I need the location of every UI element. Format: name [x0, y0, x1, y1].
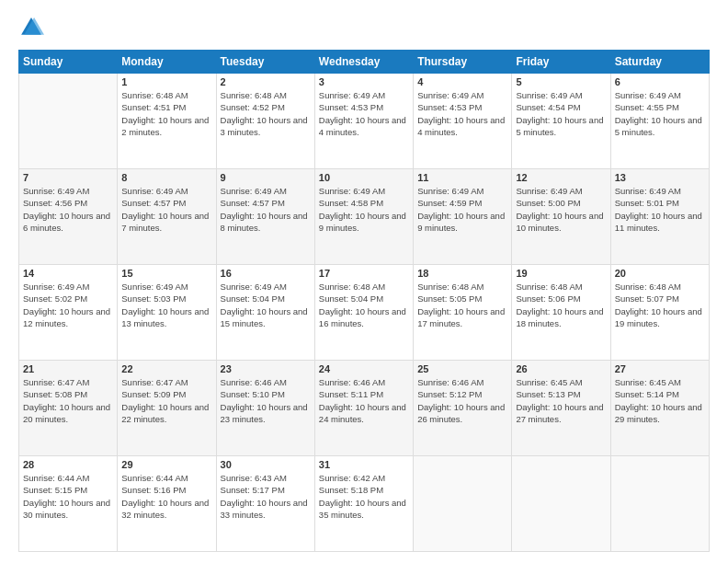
day-info: Sunrise: 6:49 AM Sunset: 4:54 PM Dayligh… [516, 89, 606, 138]
day-number: 24 [319, 363, 409, 374]
day-cell: 31Sunrise: 6:42 AM Sunset: 5:18 PM Dayli… [314, 456, 413, 552]
day-number: 3 [319, 76, 409, 87]
day-cell: 9Sunrise: 6:49 AM Sunset: 4:57 PM Daylig… [216, 169, 314, 265]
logo-icon [18, 15, 44, 40]
day-info: Sunrise: 6:42 AM Sunset: 5:18 PM Dayligh… [319, 472, 409, 521]
day-number: 14 [23, 268, 113, 279]
day-number: 13 [615, 172, 705, 183]
day-number: 29 [121, 459, 211, 470]
day-cell [610, 456, 709, 552]
col-header-tuesday: Tuesday [216, 51, 314, 74]
day-info: Sunrise: 6:44 AM Sunset: 5:15 PM Dayligh… [23, 472, 113, 521]
col-header-sunday: Sunday [19, 51, 118, 74]
day-cell: 14Sunrise: 6:49 AM Sunset: 5:02 PM Dayli… [19, 265, 118, 361]
day-number: 4 [417, 76, 507, 87]
logo [18, 15, 48, 40]
day-info: Sunrise: 6:46 AM Sunset: 5:10 PM Dayligh… [221, 376, 311, 425]
page: SundayMondayTuesdayWednesdayThursdayFrid… [0, 0, 728, 563]
week-row-3: 14Sunrise: 6:49 AM Sunset: 5:02 PM Dayli… [19, 265, 710, 361]
day-number: 21 [23, 363, 113, 374]
col-header-monday: Monday [118, 51, 216, 74]
day-number: 27 [615, 363, 705, 374]
day-info: Sunrise: 6:49 AM Sunset: 4:55 PM Dayligh… [615, 89, 705, 138]
day-number: 31 [319, 459, 409, 470]
day-info: Sunrise: 6:49 AM Sunset: 4:57 PM Dayligh… [221, 185, 311, 234]
day-info: Sunrise: 6:49 AM Sunset: 4:56 PM Dayligh… [23, 185, 113, 234]
day-number: 18 [417, 268, 507, 279]
week-row-5: 28Sunrise: 6:44 AM Sunset: 5:15 PM Dayli… [19, 456, 710, 552]
day-number: 30 [221, 459, 311, 470]
day-cell: 10Sunrise: 6:49 AM Sunset: 4:58 PM Dayli… [314, 169, 413, 265]
day-cell: 30Sunrise: 6:43 AM Sunset: 5:17 PM Dayli… [216, 456, 314, 552]
day-number: 5 [516, 76, 606, 87]
day-cell: 20Sunrise: 6:48 AM Sunset: 5:07 PM Dayli… [610, 265, 709, 361]
day-info: Sunrise: 6:48 AM Sunset: 4:52 PM Dayligh… [221, 89, 311, 138]
col-header-friday: Friday [512, 51, 610, 74]
day-info: Sunrise: 6:45 AM Sunset: 5:14 PM Dayligh… [615, 376, 705, 425]
day-cell: 17Sunrise: 6:48 AM Sunset: 5:04 PM Dayli… [314, 265, 413, 361]
day-cell: 22Sunrise: 6:47 AM Sunset: 5:09 PM Dayli… [118, 361, 216, 456]
day-info: Sunrise: 6:49 AM Sunset: 4:53 PM Dayligh… [319, 89, 409, 138]
col-header-thursday: Thursday [414, 51, 512, 74]
day-number: 26 [516, 363, 606, 374]
day-info: Sunrise: 6:49 AM Sunset: 4:59 PM Dayligh… [417, 185, 507, 234]
day-number: 17 [319, 268, 409, 279]
day-cell: 21Sunrise: 6:47 AM Sunset: 5:08 PM Dayli… [19, 361, 118, 456]
day-cell: 24Sunrise: 6:46 AM Sunset: 5:11 PM Dayli… [314, 361, 413, 456]
day-cell: 27Sunrise: 6:45 AM Sunset: 5:14 PM Dayli… [610, 361, 709, 456]
calendar-table: SundayMondayTuesdayWednesdayThursdayFrid… [18, 50, 710, 552]
day-info: Sunrise: 6:47 AM Sunset: 5:08 PM Dayligh… [23, 376, 113, 425]
day-number: 22 [121, 363, 211, 374]
day-cell: 23Sunrise: 6:46 AM Sunset: 5:10 PM Dayli… [216, 361, 314, 456]
day-number: 10 [319, 172, 409, 183]
day-number: 1 [121, 76, 211, 87]
day-number: 23 [221, 363, 311, 374]
day-number: 16 [221, 268, 311, 279]
header-row: SundayMondayTuesdayWednesdayThursdayFrid… [19, 51, 710, 74]
day-cell: 5Sunrise: 6:49 AM Sunset: 4:54 PM Daylig… [512, 74, 610, 169]
day-cell: 16Sunrise: 6:49 AM Sunset: 5:04 PM Dayli… [216, 265, 314, 361]
col-header-saturday: Saturday [610, 51, 709, 74]
day-number: 28 [23, 459, 113, 470]
day-cell: 7Sunrise: 6:49 AM Sunset: 4:56 PM Daylig… [19, 169, 118, 265]
day-number: 15 [121, 268, 211, 279]
day-info: Sunrise: 6:48 AM Sunset: 5:05 PM Dayligh… [417, 281, 507, 329]
day-number: 12 [516, 172, 606, 183]
day-cell: 8Sunrise: 6:49 AM Sunset: 4:57 PM Daylig… [118, 169, 216, 265]
day-cell: 2Sunrise: 6:48 AM Sunset: 4:52 PM Daylig… [216, 74, 314, 169]
day-cell [414, 456, 512, 552]
day-info: Sunrise: 6:44 AM Sunset: 5:16 PM Dayligh… [121, 472, 211, 521]
day-number: 9 [221, 172, 311, 183]
day-number: 20 [615, 268, 705, 279]
day-cell: 13Sunrise: 6:49 AM Sunset: 5:01 PM Dayli… [610, 169, 709, 265]
day-number: 2 [221, 76, 311, 87]
day-cell: 18Sunrise: 6:48 AM Sunset: 5:05 PM Dayli… [414, 265, 512, 361]
day-number: 8 [121, 172, 211, 183]
day-info: Sunrise: 6:46 AM Sunset: 5:11 PM Dayligh… [319, 376, 409, 425]
header [18, 15, 710, 40]
day-cell: 12Sunrise: 6:49 AM Sunset: 5:00 PM Dayli… [512, 169, 610, 265]
day-cell: 19Sunrise: 6:48 AM Sunset: 5:06 PM Dayli… [512, 265, 610, 361]
day-info: Sunrise: 6:49 AM Sunset: 5:00 PM Dayligh… [516, 185, 606, 234]
day-info: Sunrise: 6:49 AM Sunset: 4:58 PM Dayligh… [319, 185, 409, 234]
day-info: Sunrise: 6:48 AM Sunset: 5:04 PM Dayligh… [319, 281, 409, 329]
day-info: Sunrise: 6:49 AM Sunset: 5:02 PM Dayligh… [23, 281, 113, 329]
day-info: Sunrise: 6:45 AM Sunset: 5:13 PM Dayligh… [516, 376, 606, 425]
week-row-2: 7Sunrise: 6:49 AM Sunset: 4:56 PM Daylig… [19, 169, 710, 265]
day-number: 19 [516, 268, 606, 279]
day-info: Sunrise: 6:43 AM Sunset: 5:17 PM Dayligh… [221, 472, 311, 521]
day-number: 25 [417, 363, 507, 374]
day-cell: 25Sunrise: 6:46 AM Sunset: 5:12 PM Dayli… [414, 361, 512, 456]
day-number: 6 [615, 76, 705, 87]
day-cell: 15Sunrise: 6:49 AM Sunset: 5:03 PM Dayli… [118, 265, 216, 361]
day-info: Sunrise: 6:49 AM Sunset: 5:03 PM Dayligh… [121, 281, 211, 329]
day-info: Sunrise: 6:46 AM Sunset: 5:12 PM Dayligh… [417, 376, 507, 425]
day-cell: 28Sunrise: 6:44 AM Sunset: 5:15 PM Dayli… [19, 456, 118, 552]
day-info: Sunrise: 6:48 AM Sunset: 5:07 PM Dayligh… [615, 281, 705, 329]
col-header-wednesday: Wednesday [314, 51, 413, 74]
week-row-4: 21Sunrise: 6:47 AM Sunset: 5:08 PM Dayli… [19, 361, 710, 456]
day-info: Sunrise: 6:49 AM Sunset: 4:57 PM Dayligh… [121, 185, 211, 234]
day-info: Sunrise: 6:49 AM Sunset: 5:01 PM Dayligh… [615, 185, 705, 234]
day-cell: 29Sunrise: 6:44 AM Sunset: 5:16 PM Dayli… [118, 456, 216, 552]
day-info: Sunrise: 6:49 AM Sunset: 4:53 PM Dayligh… [417, 89, 507, 138]
